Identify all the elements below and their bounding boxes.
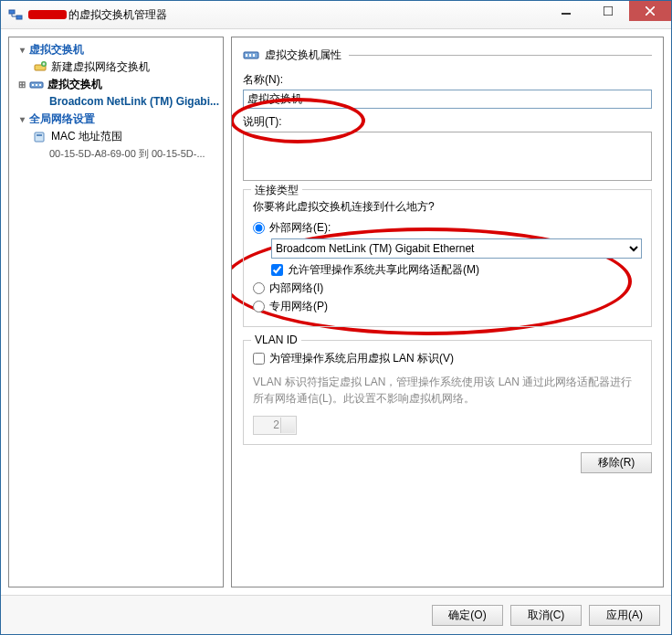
vlan-id-spinner: 2 <box>253 416 297 435</box>
svg-rect-13 <box>246 54 247 57</box>
cancel-button[interactable]: 取消(C) <box>510 605 582 626</box>
minimize-icon <box>562 6 571 16</box>
allow-mgmt-checkbox[interactable] <box>271 264 283 276</box>
collapse-icon[interactable]: ▾ <box>16 111 27 127</box>
radio-external-input[interactable] <box>253 222 265 234</box>
adapter-select[interactable]: Broadcom NetLink (TM) Gigabit Ethernet <box>271 238 642 259</box>
section-title-text: 虚拟交换机属性 <box>265 48 341 63</box>
name-label: 名称(N): <box>243 72 652 88</box>
tree-item-label: Broadcom NetLink (TM) Gigabi... <box>49 94 219 110</box>
svg-rect-3 <box>604 6 613 16</box>
tree-header-label: 虚拟交换机 <box>29 42 84 58</box>
radio-internal[interactable]: 内部网络(I) <box>253 280 642 296</box>
maximize-button[interactable] <box>587 1 629 21</box>
switch-icon <box>29 78 44 92</box>
ok-button[interactable]: 确定(O) <box>432 605 503 626</box>
svg-rect-9 <box>39 84 41 86</box>
svg-rect-15 <box>253 54 255 57</box>
tree-item-label: 新建虚拟网络交换机 <box>51 59 150 75</box>
radio-private-label: 专用网络(P) <box>269 299 328 314</box>
radio-private[interactable]: 专用网络(P) <box>253 299 642 314</box>
close-icon <box>646 6 655 16</box>
svg-rect-10 <box>35 132 44 142</box>
radio-external-label: 外部网络(E): <box>269 220 331 236</box>
tree-sub-header-vswitch[interactable]: ⊞ 虚拟交换机 <box>9 76 223 93</box>
tree-item-new-switch[interactable]: 新建虚拟网络交换机 <box>9 58 223 76</box>
check-allow-mgmt[interactable]: 允许管理操作系统共享此网络适配器(M) <box>271 262 642 278</box>
group-vlan: VLAN ID 为管理操作系统启用虚拟 LAN 标识(V) VLAN 标识符指定… <box>243 340 652 445</box>
properties-pane: 虚拟交换机属性 名称(N): 说明(T): 连接类型 你要将此虚拟交换机连接到什… <box>231 37 664 587</box>
titlebar: 的虚拟交换机管理器 <box>1 1 671 29</box>
new-switch-icon <box>33 60 47 75</box>
svg-rect-0 <box>9 10 15 14</box>
tree-pane[interactable]: ▾ 虚拟交换机 新建虚拟网络交换机 ⊞ 虚拟交换机 Broadcom NetLi… <box>8 37 224 587</box>
tree-item-mac-range[interactable]: MAC 地址范围 <box>9 128 223 145</box>
remove-row: 移除(R) <box>243 452 652 473</box>
apply-button[interactable]: 应用(A) <box>589 605 660 626</box>
window-buttons <box>545 1 671 21</box>
group-connection-type: 连接类型 你要将此虚拟交换机连接到什么地方? 外部网络(E): Broadcom… <box>243 189 652 327</box>
radio-internal-input[interactable] <box>253 282 265 294</box>
close-button[interactable] <box>629 1 671 21</box>
maximize-icon <box>604 6 613 16</box>
vlan-enable-checkbox[interactable] <box>253 353 265 365</box>
switch-icon <box>243 47 259 63</box>
allow-mgmt-label: 允许管理操作系统共享此网络适配器(M) <box>288 262 479 278</box>
minimize-button[interactable] <box>545 1 587 21</box>
tree-item-label: MAC 地址范围 <box>51 129 122 144</box>
svg-rect-2 <box>562 13 571 15</box>
collapse-icon[interactable]: ▾ <box>16 42 27 58</box>
body: ▾ 虚拟交换机 新建虚拟网络交换机 ⊞ 虚拟交换机 Broadcom NetLi… <box>1 29 671 595</box>
tree-item-mac-value: 00-15-5D-A8-69-00 到 00-15-5D-... <box>9 145 223 163</box>
radio-internal-label: 内部网络(I) <box>269 280 323 296</box>
tree-item-detail: 00-15-5D-A8-69-00 到 00-15-5D-... <box>49 146 205 162</box>
svg-rect-11 <box>37 134 42 136</box>
separator <box>349 55 652 56</box>
tree-header-vswitches[interactable]: ▾ 虚拟交换机 <box>9 41 223 58</box>
svg-rect-14 <box>249 54 251 57</box>
tree-item-label: 虚拟交换机 <box>47 77 102 92</box>
name-input[interactable] <box>243 90 652 109</box>
description-label: 说明(T): <box>243 114 652 130</box>
check-vlan-enable[interactable]: 为管理操作系统启用虚拟 LAN 标识(V) <box>253 351 642 366</box>
vlan-help-text: VLAN 标识符指定虚拟 LAN，管理操作系统使用该 LAN 通过此网络适配器进… <box>253 374 642 407</box>
expand-icon[interactable]: ⊞ <box>16 77 27 92</box>
field-name: 名称(N): <box>243 72 652 109</box>
description-textarea[interactable] <box>243 132 652 181</box>
connection-prompt: 你要将此虚拟交换机连接到什么地方? <box>253 199 642 215</box>
window-title-text: 的虚拟交换机管理器 <box>68 7 167 23</box>
tree-item-selected-switch[interactable]: Broadcom NetLink (TM) Gigabi... <box>9 93 223 111</box>
svg-rect-1 <box>16 16 22 19</box>
group-legend: VLAN ID <box>251 333 301 346</box>
redacted-mark <box>28 10 67 19</box>
external-options: Broadcom NetLink (TM) Gigabit Ethernet 允… <box>271 238 642 278</box>
nic-icon <box>33 130 47 144</box>
tree-header-global[interactable]: ▾ 全局网络设置 <box>9 111 223 128</box>
group-legend: 连接类型 <box>251 183 302 198</box>
svg-rect-7 <box>32 84 34 86</box>
svg-rect-8 <box>36 84 37 86</box>
window-title: 的虚拟交换机管理器 <box>28 7 545 23</box>
section-header: 虚拟交换机属性 <box>243 47 652 63</box>
field-description: 说明(T): <box>243 114 652 184</box>
window: 的虚拟交换机管理器 ▾ 虚拟交换机 新建虚拟 <box>0 0 672 635</box>
remove-button[interactable]: 移除(R) <box>581 452 652 473</box>
app-icon <box>8 7 23 22</box>
radio-private-input[interactable] <box>253 301 265 312</box>
footer: 确定(O) 取消(C) 应用(A) <box>1 595 671 634</box>
vlan-enable-label: 为管理操作系统启用虚拟 LAN 标识(V) <box>269 351 454 366</box>
radio-external[interactable]: 外部网络(E): <box>253 220 642 236</box>
tree-header-label: 全局网络设置 <box>29 111 95 127</box>
